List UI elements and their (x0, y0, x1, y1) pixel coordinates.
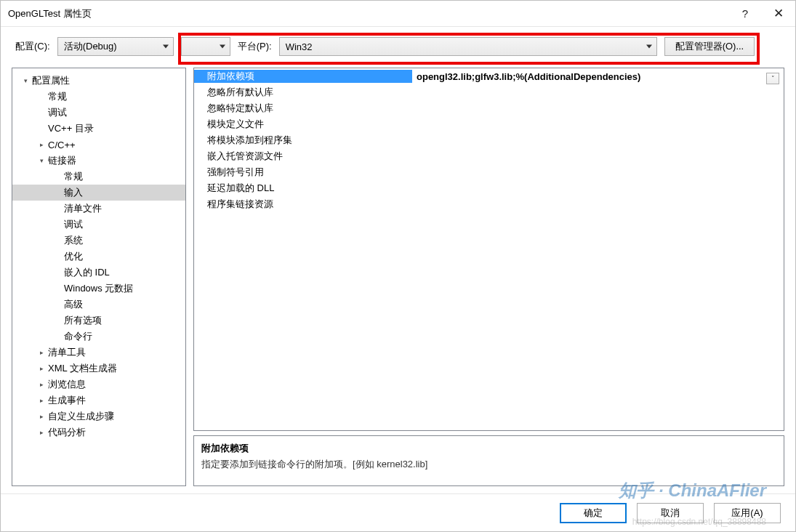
property-name: 附加依赖项 (194, 70, 412, 83)
close-button[interactable]: ✕ (762, 1, 795, 27)
grid-row[interactable]: 将模块添加到程序集 (194, 132, 784, 148)
property-name: 忽略特定默认库 (194, 102, 412, 115)
config-dropdown[interactable]: 活动(Debug) (57, 37, 174, 56)
footer: 确定 取消 应用(A) (1, 493, 795, 531)
expander-closed-icon[interactable]: ▸ (37, 349, 47, 356)
tree-item-label: 嵌入的 IDL (64, 266, 110, 279)
tree-item-label: 配置属性 (32, 74, 70, 87)
expander-closed-icon[interactable]: ▸ (37, 429, 47, 436)
description-text: 指定要添加到链接命令行的附加项。[例如 kernel32.lib] (201, 458, 776, 471)
tree-item[interactable]: ▾链接器 (12, 153, 185, 169)
tree-item[interactable]: ▸命令行 (12, 329, 185, 344)
property-name: 忽略所有默认库 (194, 86, 412, 99)
tree-item-label: 生成事件 (48, 394, 86, 407)
chevron-down-icon: ˅ (771, 75, 775, 82)
tree-item-label: 系统 (64, 234, 83, 247)
expander-closed-icon[interactable]: ▸ (37, 381, 47, 388)
tree-item[interactable]: ▸代码分析 (12, 424, 185, 440)
tree-item-label: 清单工具 (48, 346, 86, 359)
property-name: 程序集链接资源 (194, 198, 412, 211)
tree-item-label: C/C++ (48, 140, 76, 150)
tree-item[interactable]: ▸嵌入的 IDL (12, 265, 185, 281)
expander-closed-icon[interactable]: ▸ (37, 413, 47, 420)
tree-item[interactable]: ▸高级 (12, 297, 185, 313)
expander-open-icon[interactable]: ▾ (21, 77, 31, 84)
tree-item-label: 常规 (64, 170, 83, 183)
config-manager-button[interactable]: 配置管理器(O)... (664, 37, 755, 56)
tree-item-label: 输入 (64, 186, 83, 199)
tree-item[interactable]: ▸C/C++ (12, 137, 185, 153)
property-page-window: OpenGLTest 属性页 ? ✕ 配置(C): 活动(Debug) 平台(P… (0, 0, 796, 532)
tree-item[interactable]: ▸调试 (12, 217, 185, 233)
tree-item-label: 调试 (64, 218, 83, 231)
grid-row[interactable]: 延迟加载的 DLL (194, 180, 784, 196)
tree-item[interactable]: ▸所有选项 (12, 313, 185, 329)
property-name: 将模块添加到程序集 (194, 134, 412, 147)
right-panel: 附加依赖项opengl32.lib;glfw3.lib;%(Additional… (193, 68, 784, 486)
property-tree[interactable]: ▾配置属性▸常规▸调试▸VC++ 目录▸C/C++▾链接器▸常规▸输入▸清单文件… (12, 68, 186, 486)
grid-row[interactable]: 附加依赖项opengl32.lib;glfw3.lib;%(Additional… (194, 68, 784, 84)
expander-closed-icon[interactable]: ▸ (37, 365, 47, 372)
apply-button[interactable]: 应用(A) (714, 503, 781, 523)
grid-row[interactable]: 忽略所有默认库 (194, 84, 784, 100)
tree-item-label: 自定义生成步骤 (48, 410, 114, 423)
platform-label: 平台(P): (238, 40, 272, 53)
toolbar-area: 配置(C): 活动(Debug) 平台(P): Win32 配置管理器(O)..… (1, 27, 795, 68)
platform-value: Win32 (286, 41, 313, 52)
window-title: OpenGLTest 属性页 (8, 7, 728, 20)
tree-item[interactable]: ▸常规 (12, 89, 185, 105)
platform-dropdown[interactable]: Win32 (279, 37, 657, 56)
tree-item[interactable]: ▸系统 (12, 233, 185, 249)
tree-item[interactable]: ▸Windows 元数据 (12, 281, 185, 297)
property-name: 延迟加载的 DLL (194, 182, 412, 195)
tree-item-label: 浏览信息 (48, 378, 86, 391)
tree-item[interactable]: ▸调试 (12, 105, 185, 121)
tree-item-label: Windows 元数据 (64, 282, 133, 295)
tree-item-label: 常规 (48, 90, 67, 103)
property-name: 嵌入托管资源文件 (194, 150, 412, 163)
tree-item-label: VC++ 目录 (48, 122, 94, 135)
property-grid[interactable]: 附加依赖项opengl32.lib;glfw3.lib;%(Additional… (194, 68, 784, 430)
tree-item[interactable]: ▸优化 (12, 249, 185, 265)
grid-row[interactable]: 强制符号引用 (194, 164, 784, 180)
tree-item-label: XML 文档生成器 (48, 362, 117, 375)
tree-item-label: 清单文件 (64, 202, 102, 215)
tree-item[interactable]: ▸清单工具 (12, 344, 185, 360)
expander-closed-icon[interactable]: ▸ (37, 141, 47, 148)
grid-row[interactable]: 嵌入托管资源文件 (194, 148, 784, 164)
tree-item[interactable]: ▸VC++ 目录 (12, 121, 185, 137)
toolbar: 配置(C): 活动(Debug) 平台(P): Win32 配置管理器(O)..… (15, 36, 784, 57)
tree-item-label: 代码分析 (48, 426, 86, 439)
chevron-down-icon (646, 45, 652, 49)
tree-item[interactable]: ▸常规 (12, 169, 185, 185)
tree-item-label: 高级 (64, 298, 83, 311)
chevron-down-icon (163, 45, 169, 49)
description-title: 附加依赖项 (201, 442, 776, 455)
config-value: 活动(Debug) (64, 40, 117, 53)
tree-item[interactable]: ▾配置属性 (12, 73, 185, 89)
tree-item-label: 调试 (48, 106, 67, 119)
tree-item-label: 所有选项 (64, 314, 102, 327)
titlebar: OpenGLTest 属性页 ? ✕ (1, 1, 795, 27)
ok-button[interactable]: 确定 (560, 503, 627, 523)
expander-closed-icon[interactable]: ▸ (37, 397, 47, 404)
tree-item[interactable]: ▸输入 (12, 185, 185, 201)
expander-open-icon[interactable]: ▾ (37, 157, 47, 164)
content-area: ▾配置属性▸常规▸调试▸VC++ 目录▸C/C++▾链接器▸常规▸输入▸清单文件… (1, 68, 795, 493)
unknown-dropdown[interactable] (181, 37, 230, 56)
tree-item[interactable]: ▸自定义生成步骤 (12, 408, 185, 424)
tree-item[interactable]: ▸浏览信息 (12, 376, 185, 392)
property-grid-container: 附加依赖项opengl32.lib;glfw3.lib;%(Additional… (193, 68, 784, 431)
tree-item-label: 优化 (64, 250, 83, 263)
grid-row[interactable]: 模块定义文件 (194, 116, 784, 132)
tree-item[interactable]: ▸生成事件 (12, 392, 185, 408)
grid-dropdown-icon[interactable]: ˅ (766, 73, 779, 84)
help-button[interactable]: ? (728, 1, 762, 27)
cancel-button[interactable]: 取消 (637, 503, 704, 523)
property-value[interactable]: opengl32.lib;glfw3.lib;%(AdditionalDepen… (412, 71, 784, 82)
tree-item-label: 命令行 (64, 330, 92, 343)
tree-item[interactable]: ▸XML 文档生成器 (12, 360, 185, 376)
tree-item[interactable]: ▸清单文件 (12, 201, 185, 217)
grid-row[interactable]: 程序集链接资源 (194, 196, 784, 212)
grid-row[interactable]: 忽略特定默认库 (194, 100, 784, 116)
